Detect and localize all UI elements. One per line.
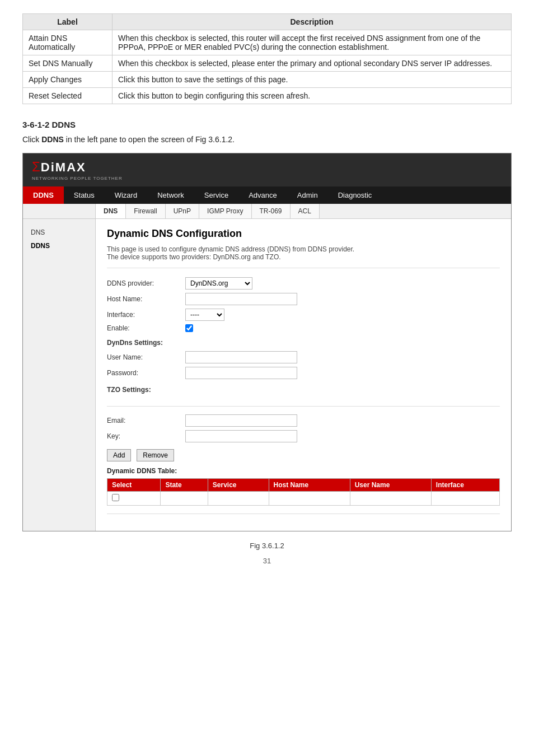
ddns-provider-label: DDNS provider:	[107, 279, 185, 287]
sidebar-item-dns[interactable]: DNS	[23, 226, 95, 239]
dyndns-settings-title: DynDns Settings:	[107, 339, 500, 347]
router-header: Σ DiMAX NETWORKING PEOPLE TOGETHER	[23, 153, 511, 186]
content-panel: Dynamic DNS Configuration This page is u…	[96, 219, 511, 531]
intro-text: Click	[22, 135, 41, 144]
ddns-table-title: Dynamic DDNS Table:	[107, 467, 500, 475]
host-name-input[interactable]	[185, 293, 297, 305]
ddns-provider-select[interactable]: DynDNS.org TZO	[185, 277, 252, 290]
nav-item-status[interactable]: Status	[64, 186, 105, 204]
label-cell: Apply Changes	[23, 72, 113, 88]
email-label: Email:	[107, 417, 185, 424]
add-button[interactable]: Add	[107, 449, 131, 461]
th-interface: Interface	[431, 479, 499, 492]
dyndns-settings-section: DDNS provider: DynDNS.org TZO Host Name:…	[107, 277, 500, 407]
email-input[interactable]	[185, 414, 297, 427]
cell-state	[161, 492, 208, 506]
enable-checkbox[interactable]	[185, 324, 193, 332]
col-label-header: Label	[23, 14, 113, 30]
ddns-table-section: Dynamic DDNS Table: Select State Service…	[107, 467, 500, 506]
cell-interface	[431, 492, 499, 506]
desc-cell: When this checkbox is selected, please e…	[113, 55, 512, 72]
panel-desc-line1: This page is used to configure dynamic D…	[107, 245, 354, 253]
sub-nav-firewall[interactable]: Firewall	[126, 204, 165, 218]
tzo-section: Email: Key: Add Remove Dynamic DDNS Tabl…	[107, 414, 500, 514]
th-username: User Name	[350, 479, 431, 492]
interface-label: Interface:	[107, 311, 185, 319]
key-row: Key:	[107, 430, 500, 442]
panel-title: Dynamic DNS Configuration	[107, 228, 500, 240]
nav-item-wizard[interactable]: Wizard	[105, 186, 147, 204]
label-cell: Set DNS Manually	[23, 55, 113, 72]
sidebar: DNS DDNS	[23, 219, 96, 531]
main-area: DNS DDNS Dynamic DNS Configuration This …	[23, 219, 511, 531]
desc-cell: When this checkbox is selected, this rou…	[113, 30, 512, 55]
sub-nav-tr069[interactable]: TR-069	[252, 204, 291, 218]
nav-item-admin[interactable]: Admin	[287, 186, 328, 204]
cell-service	[208, 492, 269, 506]
th-hostname: Host Name	[269, 479, 350, 492]
desc-cell: Click this button to save the settings o…	[113, 72, 512, 88]
table-row: Apply Changes Click this button to save …	[23, 72, 512, 88]
panel-desc-line2: The device supports two providers: DynDN…	[107, 253, 281, 261]
col-description-header: Description	[113, 14, 512, 30]
ddns-table: Select State Service Host Name User Name…	[107, 478, 500, 506]
th-select: Select	[107, 479, 161, 492]
fig-caption: Fig 3.6.1.2	[22, 542, 512, 550]
password-row: Password:	[107, 367, 500, 379]
password-label: Password:	[107, 369, 185, 377]
ddns-provider-row: DDNS provider: DynDNS.org TZO	[107, 277, 500, 290]
nav-item-advance[interactable]: Advance	[238, 186, 287, 204]
label-cell: Attain DNSAutomatically	[23, 30, 113, 55]
sub-nav-igmp-proxy[interactable]: IGMP Proxy	[199, 204, 251, 218]
enable-label: Enable:	[107, 324, 185, 332]
tzo-settings-title: TZO Settings:	[107, 386, 500, 394]
page-number: 31	[22, 557, 512, 565]
interface-row: Interface: ----	[107, 309, 500, 321]
desc-cell: Click this button to begin configuring t…	[113, 88, 512, 104]
panel-description: This page is used to configure dynamic D…	[107, 245, 500, 268]
table-row: Set DNS Manually When this checkbox is s…	[23, 55, 512, 72]
nav-item-diagnostic[interactable]: Diagnostic	[328, 186, 382, 204]
reference-table: Label Description Attain DNSAutomaticall…	[22, 13, 512, 104]
cell-hostname	[269, 492, 350, 506]
password-input[interactable]	[185, 367, 297, 379]
logo-brand: DiMAX	[41, 161, 86, 174]
table-row	[107, 492, 500, 506]
sub-nav-upnp[interactable]: UPnP	[166, 204, 199, 218]
user-name-input[interactable]	[185, 351, 297, 363]
user-name-label: User Name:	[107, 353, 185, 361]
router-ui: Σ DiMAX NETWORKING PEOPLE TOGETHER DDNS …	[22, 153, 512, 531]
nav-item-service[interactable]: Service	[194, 186, 238, 204]
key-label: Key:	[107, 432, 185, 440]
host-name-row: Host Name:	[107, 293, 500, 305]
email-row: Email:	[107, 414, 500, 427]
user-name-row: User Name:	[107, 351, 500, 363]
sub-nav-items: DNS Firewall UPnP IGMP Proxy TR-069 ACL	[96, 204, 320, 218]
row-checkbox[interactable]	[112, 494, 119, 501]
interface-select[interactable]: ----	[185, 309, 224, 321]
logo-sigma: Σ	[32, 159, 40, 175]
section-heading: 3-6-1-2 DDNS	[22, 120, 512, 129]
sub-nav-dns[interactable]: DNS	[96, 204, 126, 218]
router-logo: Σ DiMAX NETWORKING PEOPLE TOGETHER	[32, 159, 123, 181]
button-row: Add Remove	[107, 449, 500, 461]
enable-row: Enable:	[107, 324, 500, 332]
sub-nav-acl[interactable]: ACL	[291, 204, 320, 218]
table-row: Reset Selected Click this button to begi…	[23, 88, 512, 104]
logo-tagline: NETWORKING PEOPLE TOGETHER	[32, 176, 123, 181]
cell-username	[350, 492, 431, 506]
key-input[interactable]	[185, 430, 297, 442]
nav-item-ddns[interactable]: DDNS	[23, 186, 64, 204]
table-row: Attain DNSAutomatically When this checkb…	[23, 30, 512, 55]
section-intro: Click DDNS in the left pane to open the …	[22, 135, 512, 144]
label-cell: Reset Selected	[23, 88, 113, 104]
intro-suffix: in the left pane to open the screen of F…	[64, 135, 235, 144]
th-service: Service	[208, 479, 269, 492]
nav-bar: DDNS Status Wizard Network Service Advan…	[23, 186, 511, 204]
remove-button[interactable]: Remove	[137, 449, 174, 461]
th-state: State	[161, 479, 208, 492]
sidebar-item-ddns[interactable]: DDNS	[23, 239, 95, 253]
sub-nav: DNS Firewall UPnP IGMP Proxy TR-069 ACL	[23, 204, 511, 219]
nav-item-network[interactable]: Network	[147, 186, 194, 204]
cell-select[interactable]	[107, 492, 161, 506]
